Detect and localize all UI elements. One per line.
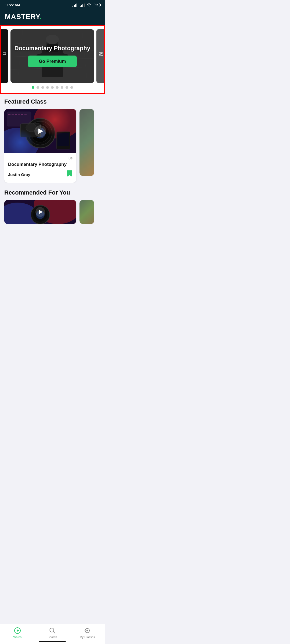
dot-4[interactable] bbox=[46, 86, 49, 89]
status-bar: 11:22 AM 87 bbox=[0, 0, 105, 9]
play-icon bbox=[38, 129, 43, 134]
carousel-prev-peek: n bbox=[1, 29, 8, 83]
bar4 bbox=[84, 3, 85, 7]
bar1 bbox=[73, 6, 73, 7]
dot-7[interactable] bbox=[61, 86, 63, 89]
featured-class-card[interactable]: 0s Documentary Photography Justin Gray bbox=[4, 109, 76, 183]
app-header: MASTERY. bbox=[0, 9, 105, 25]
recommended-title: Recommended For You bbox=[4, 189, 100, 196]
go-premium-button[interactable]: Go Premium bbox=[28, 56, 77, 67]
dot-3[interactable] bbox=[41, 86, 44, 89]
dot-6[interactable] bbox=[56, 86, 59, 89]
dot-8[interactable] bbox=[66, 86, 68, 89]
bar1 bbox=[80, 6, 81, 7]
bar4 bbox=[77, 3, 77, 7]
dot-5[interactable] bbox=[51, 86, 54, 89]
card-thumbnail bbox=[4, 109, 76, 153]
recommended-cards-row bbox=[4, 200, 100, 224]
dot-2[interactable] bbox=[37, 86, 39, 89]
signal-strength-1 bbox=[73, 3, 77, 7]
carousel-dots bbox=[1, 86, 104, 89]
next-card-peek bbox=[79, 109, 94, 176]
recommended-thumbnail bbox=[4, 200, 76, 224]
app-logo: MASTERY. bbox=[5, 13, 100, 21]
dot-1[interactable] bbox=[32, 86, 34, 89]
bar2 bbox=[74, 5, 75, 7]
play-icon bbox=[39, 210, 43, 214]
recommended-play-button[interactable] bbox=[35, 207, 45, 217]
recommended-card-1[interactable] bbox=[4, 200, 76, 224]
recommended-next-peek bbox=[79, 200, 94, 224]
signal-strength-2 bbox=[80, 3, 85, 7]
featured-class-section: Featured Class bbox=[0, 94, 105, 185]
next-peek-text: M bbox=[96, 29, 104, 57]
logo-dot: . bbox=[40, 13, 42, 21]
bar3 bbox=[75, 4, 76, 7]
card-body: 0s Documentary Photography Justin Gray bbox=[4, 153, 76, 183]
svg-rect-19 bbox=[8, 114, 10, 115]
play-button[interactable] bbox=[34, 125, 46, 137]
time: 11:22 AM bbox=[5, 3, 20, 7]
carousel-wrapper[interactable]: n bbox=[1, 29, 104, 83]
card-instructor: Justin Gray bbox=[8, 172, 30, 177]
battery-icon: 87 bbox=[94, 3, 100, 7]
svg-rect-24 bbox=[24, 114, 27, 115]
bar3 bbox=[82, 4, 83, 7]
prev-peek-text: n bbox=[1, 29, 9, 55]
light-blue bbox=[7, 129, 34, 153]
dot-9[interactable] bbox=[70, 86, 73, 89]
carousel-next-peek: M bbox=[96, 29, 104, 83]
svg-rect-22 bbox=[18, 114, 20, 115]
wifi-icon bbox=[87, 3, 92, 7]
card-class-title: Documentary Photography bbox=[8, 162, 73, 167]
status-indicators: 87 bbox=[73, 3, 100, 7]
card-duration: 0s bbox=[8, 156, 73, 160]
featured-class-title: Featured Class bbox=[4, 98, 100, 105]
recommended-section: Recommended For You bbox=[0, 185, 105, 226]
carousel-background: Documentary Photography Go Premium bbox=[10, 29, 94, 83]
svg-rect-23 bbox=[21, 114, 23, 115]
hero-carousel-section: n bbox=[0, 25, 105, 94]
bookmark-icon[interactable] bbox=[67, 170, 73, 179]
svg-rect-20 bbox=[12, 114, 14, 115]
carousel-slide-main[interactable]: Documentary Photography Go Premium bbox=[10, 29, 94, 83]
main-content: n bbox=[0, 25, 105, 250]
bar2 bbox=[81, 5, 82, 7]
card-footer: Justin Gray bbox=[8, 170, 73, 179]
carousel-overlay: Documentary Photography Go Premium bbox=[10, 29, 94, 83]
svg-rect-21 bbox=[15, 114, 17, 115]
featured-cards-row: 0s Documentary Photography Justin Gray bbox=[4, 109, 100, 183]
carousel-slide-title: Documentary Photography bbox=[15, 45, 90, 52]
